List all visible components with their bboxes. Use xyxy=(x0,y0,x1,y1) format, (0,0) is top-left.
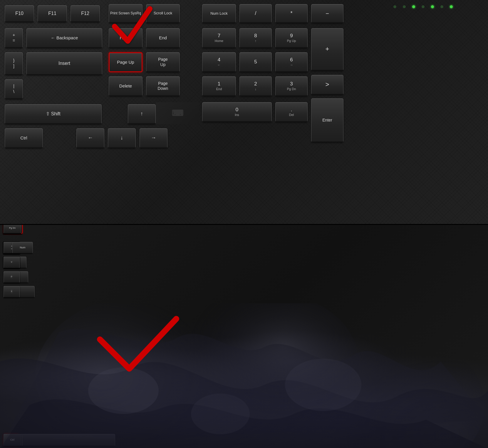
key-enter[interactable]: Insert xyxy=(26,52,102,75)
key-num9[interactable]: 9Pg Up xyxy=(275,28,308,48)
key-num4[interactable]: 4← xyxy=(202,52,236,72)
key-num2[interactable]: 2↓ xyxy=(239,76,272,96)
key-page-up[interactable]: PageUp xyxy=(146,52,180,72)
checkmark-home-annotation xyxy=(106,3,159,50)
key-backspace[interactable]: ← Backspace xyxy=(26,28,102,48)
key-insert[interactable]: Page Up xyxy=(109,52,142,72)
led-strip xyxy=(393,5,453,8)
liquid-svg xyxy=(0,303,488,448)
key-f11[interactable]: F11 xyxy=(38,5,67,22)
led-6 xyxy=(440,5,443,8)
key-arrow-down[interactable]: ↓ xyxy=(108,128,136,148)
checkmark-fn-annotation xyxy=(82,310,194,392)
key-plus-equals[interactable]: += xyxy=(5,28,23,48)
led-7 xyxy=(450,5,453,8)
key-ctrl-left[interactable]: Ctrl xyxy=(5,128,43,148)
key-num-lock[interactable]: Num Lock xyxy=(202,4,236,23)
key-f10[interactable]: F10 xyxy=(5,5,34,22)
key-num-dot[interactable]: .Del xyxy=(275,102,308,122)
svg-point-5 xyxy=(285,359,361,411)
key-pipe[interactable]: |\ xyxy=(5,79,23,99)
key-num0[interactable]: 0Ins xyxy=(202,102,272,122)
key-sm-ctrl-rb[interactable]: Ctrl xyxy=(4,434,21,446)
key-num8[interactable]: 8↑ xyxy=(239,28,272,48)
led-3 xyxy=(412,5,415,8)
key-numpad-star[interactable]: * xyxy=(275,4,308,23)
key-shift-left[interactable]: ⇧ Shift xyxy=(5,104,102,124)
key-arrow-left[interactable]: ← xyxy=(76,128,104,148)
key-sm-pgdn[interactable]: Pg Dn xyxy=(4,225,21,234)
key-numpad-slash[interactable]: / xyxy=(239,4,272,23)
key-num7[interactable]: 7Home xyxy=(202,28,236,48)
svg-point-1 xyxy=(170,303,358,431)
key-num6[interactable]: 6→ xyxy=(275,52,308,72)
led-5 xyxy=(431,5,434,8)
led-1 xyxy=(393,5,396,8)
key-sm-x[interactable]: X xyxy=(4,286,20,298)
keyboard-bottom-section: Esc F1 ☼ F2 ✉ F3 ♪ F4 ⊞ F5 ♫ F6 ⏮ F7 ▶ F… xyxy=(0,225,488,448)
key-num5[interactable]: 5 xyxy=(239,52,272,72)
key-num1[interactable]: 1End xyxy=(202,76,236,96)
key-num3[interactable]: 3Pg Dn xyxy=(275,76,308,96)
keyboard-top-section: F10 F11 F12 Print Screen SysRq Scroll Lo… xyxy=(0,0,488,224)
key-numpad-minus[interactable]: − xyxy=(311,4,343,23)
numpad-icon-area: ⌨ xyxy=(156,102,199,124)
key-numpad-plus[interactable]: + xyxy=(311,28,343,71)
svg-point-2 xyxy=(279,329,485,448)
liquid-effect-overlay xyxy=(0,303,488,448)
key-sm-i[interactable]: I xyxy=(4,257,20,268)
key-page-down[interactable]: PageDown xyxy=(146,76,180,96)
key-sm-num-label: Num xyxy=(12,242,33,254)
key-delete[interactable]: Delete xyxy=(109,76,142,96)
led-2 xyxy=(403,5,406,8)
led-4 xyxy=(422,5,425,8)
key-arrow-up[interactable]: ↑ xyxy=(128,104,156,124)
key-bracket-right[interactable]: }] xyxy=(5,52,23,75)
key-numpad-chevron[interactable]: > xyxy=(311,75,343,95)
key-numpad-enter[interactable]: Enter xyxy=(311,98,343,142)
key-f12[interactable]: F12 xyxy=(71,5,100,22)
key-sm-f[interactable]: F xyxy=(4,271,20,283)
key-arrow-right[interactable]: → xyxy=(140,128,167,148)
svg-point-4 xyxy=(191,394,250,434)
